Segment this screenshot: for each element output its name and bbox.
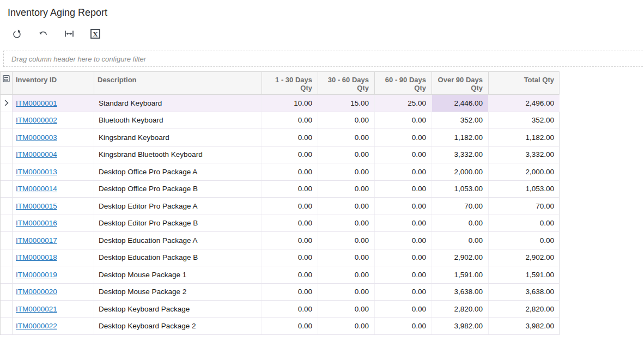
table-row[interactable]: ITM0000019Desktop Mouse Package 10.000.0… xyxy=(1,266,559,284)
cell-inventory-id[interactable]: ITM0000004 xyxy=(13,146,94,163)
cell-total[interactable]: 2,496.00 xyxy=(489,95,560,112)
cell-d60-90[interactable]: 0.00 xyxy=(375,198,432,215)
cell-inventory-id[interactable]: ITM0000013 xyxy=(13,163,94,180)
cell-d60-90[interactable]: 0.00 xyxy=(375,163,432,180)
cell-d60-90[interactable]: 0.00 xyxy=(375,284,432,301)
cell-d1-30[interactable]: 0.00 xyxy=(262,266,318,283)
cell-d30-60[interactable]: 0.00 xyxy=(318,112,375,129)
table-row[interactable]: ITM0000002Bluetooth Keyboard0.000.000.00… xyxy=(1,112,559,130)
refresh-button[interactable] xyxy=(9,26,25,42)
cell-total[interactable]: 2,902.00 xyxy=(489,249,560,266)
table-row[interactable]: ITM0000022Desktop Keyboard Package 20.00… xyxy=(1,318,559,335)
cell-d1-30[interactable]: 0.00 xyxy=(262,215,318,232)
row-selector-cell[interactable] xyxy=(1,198,13,215)
cell-d30-60[interactable]: 0.00 xyxy=(318,266,375,283)
cell-total[interactable]: 1,053.00 xyxy=(489,181,560,198)
cell-d1-30[interactable]: 0.00 xyxy=(262,129,318,146)
cell-d30-60[interactable]: 0.00 xyxy=(318,181,375,198)
filter-drop-zone[interactable]: Drag column header here to configure fil… xyxy=(3,51,644,67)
cell-total[interactable]: 1,182.00 xyxy=(489,129,560,146)
cell-description[interactable]: Desktop Editor Pro Package A xyxy=(94,198,262,215)
cell-total[interactable]: 0.00 xyxy=(489,232,560,249)
cell-over-90[interactable]: 1,591.00 xyxy=(432,266,489,283)
row-selector-cell[interactable] xyxy=(1,266,13,283)
undo-button[interactable] xyxy=(35,26,51,42)
inventory-id-link[interactable]: ITM0000003 xyxy=(16,133,57,142)
row-selector-cell[interactable] xyxy=(1,249,13,266)
inventory-id-link[interactable]: ITM0000014 xyxy=(16,185,57,193)
cell-d30-60[interactable]: 0.00 xyxy=(318,301,375,317)
cell-d1-30[interactable]: 0.00 xyxy=(262,249,318,266)
cell-inventory-id[interactable]: ITM0000020 xyxy=(13,284,94,301)
cell-d30-60[interactable]: 0.00 xyxy=(318,129,375,146)
inventory-id-link[interactable]: ITM0000021 xyxy=(16,305,57,313)
inventory-id-link[interactable]: ITM0000004 xyxy=(16,150,57,158)
cell-d60-90[interactable]: 25.00 xyxy=(375,95,432,112)
table-row[interactable]: ITM0000020Desktop Mouse Package 20.000.0… xyxy=(1,284,559,301)
cell-over-90[interactable]: 3,332.00 xyxy=(432,146,489,163)
cell-d1-30[interactable]: 0.00 xyxy=(262,301,318,317)
cell-d60-90[interactable]: 0.00 xyxy=(375,301,432,317)
table-row[interactable]: ITM0000013Desktop Office Pro Package A0.… xyxy=(1,163,559,181)
cell-over-90[interactable]: 0.00 xyxy=(432,215,489,232)
table-row[interactable]: ITM0000016Desktop Editor Pro Package B0.… xyxy=(1,215,559,233)
row-selector-cell[interactable] xyxy=(1,129,13,146)
cell-inventory-id[interactable]: ITM0000021 xyxy=(13,301,94,317)
cell-over-90[interactable]: 1,053.00 xyxy=(432,181,489,198)
cell-d30-60[interactable]: 0.00 xyxy=(318,284,375,301)
row-selector-cell[interactable] xyxy=(1,284,13,301)
column-header-60-90-days-qty[interactable]: 60 - 90 Days Qty xyxy=(375,72,432,94)
cell-inventory-id[interactable]: ITM0000018 xyxy=(13,249,94,266)
row-selector-cell[interactable] xyxy=(1,146,13,163)
cell-description[interactable]: Desktop Education Package B xyxy=(94,249,262,266)
column-header-inventory-id[interactable]: Inventory ID xyxy=(13,72,94,94)
cell-over-90[interactable]: 352.00 xyxy=(432,112,489,129)
cell-description[interactable]: Desktop Editor Pro Package B xyxy=(94,215,262,232)
cell-inventory-id[interactable]: ITM0000001 xyxy=(13,95,94,112)
row-selector-cell[interactable] xyxy=(1,215,13,232)
grid-settings-button[interactable] xyxy=(1,72,13,94)
cell-d30-60[interactable]: 0.00 xyxy=(318,198,375,215)
column-header-description[interactable]: Description xyxy=(94,72,262,94)
cell-over-90[interactable]: 3,638.00 xyxy=(432,284,489,301)
cell-total[interactable]: 3,638.00 xyxy=(489,284,560,301)
cell-d30-60[interactable]: 15.00 xyxy=(318,95,375,112)
cell-total[interactable]: 3,982.00 xyxy=(489,318,560,335)
cell-over-90[interactable]: 70.00 xyxy=(432,198,489,215)
cell-d1-30[interactable]: 0.00 xyxy=(262,163,318,180)
cell-inventory-id[interactable]: ITM0000017 xyxy=(13,232,94,249)
cell-d30-60[interactable]: 0.00 xyxy=(318,249,375,266)
cell-inventory-id[interactable]: ITM0000019 xyxy=(13,266,94,283)
inventory-id-link[interactable]: ITM0000016 xyxy=(16,219,57,227)
cell-description[interactable]: Desktop Mouse Package 1 xyxy=(94,266,262,283)
cell-description[interactable]: Desktop Keyboard Package xyxy=(94,301,262,317)
cell-total[interactable]: 70.00 xyxy=(489,198,560,215)
cell-d1-30[interactable]: 0.00 xyxy=(262,198,318,215)
cell-over-90[interactable]: 1,182.00 xyxy=(432,129,489,146)
cell-d30-60[interactable]: 0.00 xyxy=(318,146,375,163)
cell-d30-60[interactable]: 0.00 xyxy=(318,215,375,232)
cell-over-90[interactable]: 0.00 xyxy=(432,232,489,249)
cell-d1-30[interactable]: 0.00 xyxy=(262,232,318,249)
table-row[interactable]: ITM0000018Desktop Education Package B0.0… xyxy=(1,249,559,267)
cell-total[interactable]: 0.00 xyxy=(489,215,560,232)
inventory-id-link[interactable]: ITM0000022 xyxy=(16,322,57,330)
cell-d30-60[interactable]: 0.00 xyxy=(318,232,375,249)
cell-description[interactable]: Standard Keyboard xyxy=(94,95,262,112)
inventory-id-link[interactable]: ITM0000017 xyxy=(16,236,57,245)
table-row[interactable]: ITM0000017Desktop Education Package A0.0… xyxy=(1,232,559,249)
cell-description[interactable]: Desktop Mouse Package 2 xyxy=(94,284,262,301)
cell-over-90[interactable]: 2,820.00 xyxy=(432,301,489,317)
cell-description[interactable]: Desktop Education Package A xyxy=(94,232,262,249)
cell-over-90[interactable]: 2,446.00 xyxy=(432,95,489,112)
cell-description[interactable]: Desktop Keyboard Package 2 xyxy=(94,318,262,335)
table-row[interactable]: ITM0000014Desktop Office Pro Package B0.… xyxy=(1,181,559,198)
cell-total[interactable]: 2,820.00 xyxy=(489,301,560,317)
cell-d60-90[interactable]: 0.00 xyxy=(375,129,432,146)
cell-d60-90[interactable]: 0.00 xyxy=(375,112,432,129)
inventory-id-link[interactable]: ITM0000002 xyxy=(16,116,57,124)
cell-d1-30[interactable]: 0.00 xyxy=(262,318,318,335)
row-selector-cell[interactable] xyxy=(1,181,13,198)
cell-d1-30[interactable]: 0.00 xyxy=(262,284,318,301)
column-header-1-30-days-qty[interactable]: 1 - 30 Days Qty xyxy=(262,72,318,94)
